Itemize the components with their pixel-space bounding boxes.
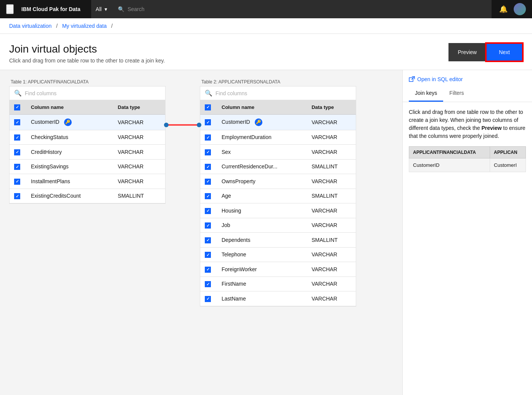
breadcrumb-sep-2: /: [111, 23, 113, 29]
sql-editor-link[interactable]: Open in SQL editor: [403, 70, 532, 85]
table-row: Sex VARCHAR: [200, 145, 356, 160]
table2-search-input[interactable]: [215, 90, 351, 96]
table2-header-checkbox-cell: [200, 100, 217, 114]
join-line: [166, 124, 200, 126]
panel-content: Click and drag from one table row to the…: [403, 102, 532, 395]
row-data-type: VARCHAR: [113, 114, 165, 130]
row-column-name: Housing: [217, 203, 307, 218]
search-input[interactable]: [127, 6, 485, 12]
row-checkbox[interactable]: [205, 252, 211, 258]
row-data-type: VARCHAR: [307, 291, 356, 306]
join-key-row: CustomerID CustomerI: [409, 158, 526, 172]
row-checkbox-cell: [200, 262, 217, 277]
table2-container: 🔍 Column name Data type: [200, 86, 356, 307]
preview-button[interactable]: Preview: [448, 43, 486, 61]
table-row: InstallmentPlans VARCHAR: [10, 174, 165, 189]
row-column-name: Dependents: [217, 233, 307, 248]
table1-label: Table 1: APPLICANTFINANCIALDATA: [9, 79, 166, 85]
row-checkbox[interactable]: [205, 281, 211, 287]
row-checkbox[interactable]: [205, 193, 211, 199]
table1-col-header-type: Data type: [113, 100, 165, 114]
external-link-icon: [409, 76, 415, 82]
row-column-name: CurrentResidenceDur...: [217, 159, 307, 174]
table2-col-header-name: Column name: [217, 100, 307, 114]
table1-select-all-checkbox[interactable]: [14, 104, 20, 110]
row-data-type: VARCHAR: [307, 203, 356, 218]
menu-icon[interactable]: ☰: [6, 4, 14, 14]
row-column-name: ExistingSavings: [26, 159, 113, 174]
row-data-type: VARCHAR: [307, 114, 356, 130]
table2-col-header-type: Data type: [307, 100, 356, 114]
category-label: All: [96, 6, 102, 12]
table1-search-input[interactable]: [25, 90, 161, 96]
row-checkbox-cell: [200, 247, 217, 262]
row-checkbox[interactable]: [14, 193, 20, 199]
row-checkbox[interactable]: [205, 208, 211, 214]
table-row: CheckingStatus VARCHAR: [10, 130, 165, 145]
tab-filters[interactable]: Filters: [443, 85, 470, 102]
table2-search: 🔍: [200, 86, 356, 100]
top-nav: ☰ IBM Cloud Pak for Data All ▾ 🔍 🔔: [0, 0, 532, 18]
breadcrumb-sep-1: /: [56, 23, 58, 29]
row-data-type: VARCHAR: [307, 218, 356, 233]
row-checkbox[interactable]: [205, 164, 211, 170]
search-icon: 🔍: [118, 6, 124, 12]
row-checkbox-cell: [10, 145, 26, 160]
join-connector: [166, 124, 200, 126]
panel-tabs: Join keys Filters: [403, 85, 532, 102]
next-button[interactable]: Next: [486, 43, 523, 61]
row-checkbox[interactable]: [14, 119, 20, 125]
row-column-name: Job: [217, 218, 307, 233]
table1-search-icon: 🔍: [14, 90, 22, 97]
row-checkbox[interactable]: [205, 222, 211, 229]
notifications-icon[interactable]: 🔔: [496, 2, 511, 16]
user-avatar[interactable]: [514, 3, 526, 15]
tab-join-keys[interactable]: Join keys: [409, 85, 443, 102]
breadcrumb-data-virtualization[interactable]: Data virtualization: [9, 23, 51, 29]
row-data-type: VARCHAR: [113, 159, 165, 174]
row-data-type: SMALLINT: [307, 233, 356, 248]
breadcrumb-my-virtualized-data[interactable]: My virtualized data: [62, 23, 107, 29]
join-key-col1: CustomerID: [409, 158, 490, 172]
page-header-text: Join virtual objects Click and drag from…: [9, 43, 165, 64]
row-checkbox-cell: [200, 291, 217, 306]
panel-description: Click and drag from one table row to the…: [409, 108, 526, 140]
key-icon: 🔑: [255, 118, 262, 126]
sql-editor-label: Open in SQL editor: [417, 76, 463, 82]
table-row: LastName VARCHAR: [200, 291, 356, 306]
page-title: Join virtual objects: [9, 43, 165, 55]
table2-select-all-checkbox[interactable]: [205, 104, 211, 110]
row-checkbox[interactable]: [14, 179, 20, 185]
row-checkbox[interactable]: [205, 267, 211, 273]
row-data-type: SMALLINT: [307, 189, 356, 203]
row-checkbox[interactable]: [14, 164, 20, 170]
row-data-type: VARCHAR: [113, 130, 165, 145]
table-row: CustomerID 🔑 VARCHAR: [10, 114, 165, 130]
nav-search-box: 🔍: [112, 0, 492, 18]
row-column-name: CustomerID 🔑: [26, 114, 113, 130]
row-data-type: VARCHAR: [307, 174, 356, 189]
row-data-type: VARCHAR: [113, 145, 165, 160]
page-header: Join virtual objects Click and drag from…: [0, 34, 532, 70]
tables-area: Table 1: APPLICANTFINANCIALDATA 🔍 Column…: [0, 70, 402, 395]
join-keys-col1-header: APPLICANTFINANCIALDATA: [409, 147, 490, 158]
row-checkbox[interactable]: [205, 134, 211, 141]
row-checkbox-cell: [200, 218, 217, 233]
row-column-name: InstallmentPlans: [26, 174, 113, 189]
key-icon: 🔑: [64, 118, 72, 126]
row-checkbox[interactable]: [205, 179, 211, 185]
row-checkbox[interactable]: [14, 149, 20, 155]
row-column-name: FirstName: [217, 277, 307, 291]
table2-data-table: Column name Data type CustomerID 🔑 VARCH…: [200, 100, 356, 306]
row-checkbox[interactable]: [205, 119, 211, 125]
row-checkbox[interactable]: [205, 296, 211, 302]
row-checkbox[interactable]: [205, 149, 211, 155]
nav-category-dropdown[interactable]: All ▾: [91, 0, 112, 18]
row-column-name: ForeignWorker: [217, 262, 307, 277]
row-checkbox[interactable]: [205, 237, 211, 243]
table-row: Job VARCHAR: [200, 218, 356, 233]
row-column-name: Age: [217, 189, 307, 203]
row-checkbox[interactable]: [14, 134, 20, 141]
table-row: FirstName VARCHAR: [200, 277, 356, 291]
row-data-type: VARCHAR: [307, 130, 356, 145]
